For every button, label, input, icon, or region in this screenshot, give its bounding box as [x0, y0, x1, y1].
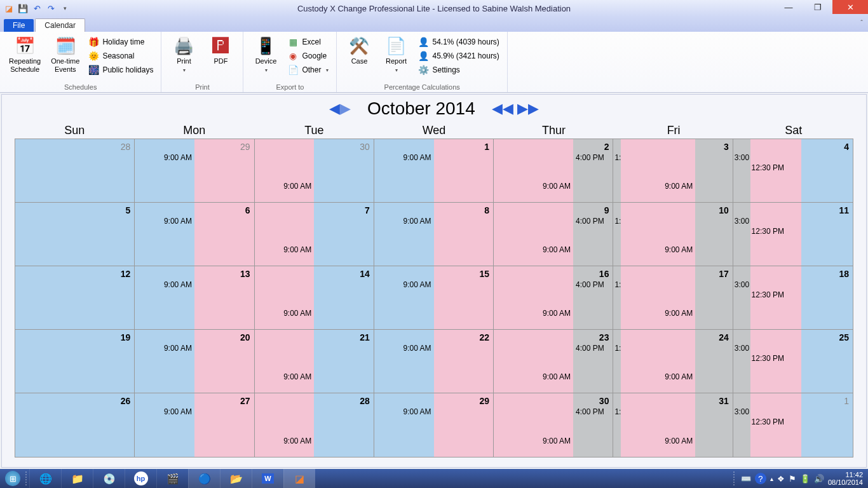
settings-button[interactable]: ⚙️Settings [416, 64, 501, 76]
holiday-time-button[interactable]: 🎁Holiday time [86, 36, 156, 48]
ribbon-group-label: Schedules [5, 82, 156, 91]
calendar-cell[interactable]: 9:00 AM6 [135, 203, 254, 266]
calendar-cell[interactable]: 1:00 AM9:00 AM10 [613, 203, 733, 266]
calendar-cell[interactable]: 9:00 AM4:00 PM2 [494, 139, 613, 203]
time-segment: 9:00 AM [374, 139, 434, 202]
save-icon[interactable]: 💾 [18, 3, 28, 13]
taskbar-word[interactable]: W [252, 469, 283, 488]
time-segment: 9:00 AM [135, 330, 194, 393]
calendar-cell[interactable]: 9:00 AM29 [374, 393, 494, 457]
calendar-cell[interactable]: 9:00 AM30 [255, 139, 374, 203]
calendar-cell[interactable]: 5 [15, 203, 135, 266]
day-number: 1 [484, 142, 489, 152]
calendar-cell[interactable]: 3:00 AM12:30 PM25 [733, 330, 853, 393]
qat-dropdown-icon[interactable]: ▾ [60, 3, 70, 13]
onetime-events-button[interactable]: 🗓️ One-time Events [47, 34, 83, 75]
calendar-cell[interactable]: 1:00 AM9:00 AM3 [613, 139, 733, 203]
calendar-cell[interactable]: 26 [15, 393, 135, 457]
close-button[interactable]: ✕ [832, 0, 868, 14]
calendar-cell[interactable]: 3:00 AM12:30 PM1 [733, 393, 853, 457]
minimize-button[interactable]: — [774, 0, 803, 14]
calendar-cell[interactable]: 9:00 AM14 [255, 266, 374, 330]
taskbar-hp[interactable]: hp [125, 469, 156, 488]
calendar-cell[interactable]: 3:00 AM12:30 PM11 [733, 203, 853, 266]
help-icon[interactable]: ? [755, 473, 766, 484]
time-label: 9:00 AM [665, 245, 693, 254]
prev-month-button[interactable]: ◀▶ [329, 100, 351, 117]
keyboard-icon[interactable]: ⌨️ [741, 474, 751, 484]
calendar-cell[interactable]: 1:00 AM9:00 AM31 [613, 393, 733, 457]
taskbar-chrome[interactable]: 🔵 [188, 469, 220, 488]
calendar-cell[interactable]: 9:00 AM13 [135, 266, 254, 330]
report-button[interactable]: 📄 Report▾ [379, 34, 413, 76]
calendar-cell[interactable]: 9:00 AM20 [135, 330, 254, 393]
calendar-cell[interactable]: 9:00 AM1 [374, 139, 494, 203]
seasonal-button[interactable]: 🌞Seasonal [86, 50, 156, 62]
calendar-cell[interactable]: 1:00 AM9:00 AM17 [613, 266, 733, 330]
collapse-ribbon-icon[interactable]: ˆ [860, 19, 863, 27]
day-of-week: Sun [15, 123, 135, 139]
calendar-cell[interactable]: 9:00 AM15 [374, 266, 494, 330]
volume-icon[interactable]: 🔊 [814, 474, 824, 484]
calendar-cell[interactable]: 9:00 AM27 [135, 393, 254, 457]
time-label: 9:00 AM [403, 407, 431, 416]
taskbar-custodyx[interactable]: ◪ [283, 469, 315, 488]
time-segment: 9:00 AM [494, 203, 573, 266]
calendar-cell[interactable]: 9:00 AM4:00 PM23 [494, 330, 613, 393]
phone-icon: 📱 [255, 36, 276, 56]
calendar-cell[interactable]: 1:00 AM9:00 AM24 [613, 330, 733, 393]
dropbox-icon[interactable]: ❖ [777, 474, 785, 484]
calendar-cell[interactable]: 3:00 AM12:30 PM4 [733, 139, 853, 203]
arrow-right-double-icon: ▶▶ [517, 100, 539, 117]
calendar-cell[interactable]: 9:00 AM21 [255, 330, 374, 393]
time-segment: 9:00 AM [621, 393, 695, 457]
device-button[interactable]: 📱 Device▾ [248, 34, 283, 76]
taskbar-explorer[interactable]: 📁 [61, 469, 93, 488]
power-icon[interactable]: 🔋 [800, 474, 810, 484]
calendar-cell[interactable]: 9:00 AM29 [135, 139, 254, 203]
undo-icon[interactable]: ↶ [32, 3, 42, 13]
time-segment: 9:00 AM [255, 139, 315, 202]
calendar-cell[interactable]: 19 [15, 330, 135, 393]
excel-button[interactable]: ▦Excel [285, 36, 331, 48]
calendar-cell[interactable]: 9:00 AM4:00 PM9 [494, 203, 613, 266]
taskbar-folder2[interactable]: 📂 [220, 469, 252, 488]
pdf-button[interactable]: 🅿︎ PDF [203, 34, 238, 67]
taskbar-ie[interactable]: 🌐 [29, 469, 61, 488]
maximize-button[interactable]: ❐ [803, 0, 832, 14]
time-label: 4:00 PM [576, 407, 604, 416]
taskbar-media[interactable]: 💿 [93, 469, 125, 488]
redo-icon[interactable]: ↷ [46, 3, 56, 13]
taskbar-video[interactable]: 🎬 [156, 469, 188, 488]
next-month-button[interactable]: ◀◀ ▶▶ [492, 100, 539, 117]
calendar-cell[interactable]: 9:00 AM28 [255, 393, 374, 457]
action-center-icon[interactable]: ⚑ [789, 474, 796, 484]
day-number: 29 [480, 396, 490, 406]
tray-chevron-icon[interactable]: ▴ [770, 475, 773, 482]
print-button[interactable]: 🖨️ Print▾ [166, 34, 201, 76]
calendar-cell[interactable]: 9:00 AM8 [374, 203, 494, 266]
titlebar: ◪ 💾 ↶ ↷ ▾ Custody X Change Professional … [0, 0, 868, 17]
calendar-cell[interactable]: 28 [15, 139, 135, 203]
other-export-button[interactable]: 📄Other▾ [285, 64, 331, 76]
time-segment [15, 330, 134, 393]
tab-calendar[interactable]: Calendar [35, 18, 85, 32]
day-of-week: Tue [254, 123, 374, 139]
calendar-cell[interactable]: 3:00 AM12:30 PM18 [733, 266, 853, 330]
calendar-cell[interactable]: 9:00 AM4:00 PM16 [494, 266, 613, 330]
start-button[interactable]: ⊞ [0, 469, 25, 488]
calendar-cell[interactable]: 12 [15, 266, 135, 330]
day-number: 8 [484, 205, 489, 215]
calendar-cell[interactable]: 9:00 AM4:00 PM30 [494, 393, 613, 457]
day-number: 10 [719, 205, 729, 215]
day-number: 6 [245, 205, 250, 215]
google-button[interactable]: ◉Google [285, 50, 331, 62]
calendar-cell[interactable]: 9:00 AM22 [374, 330, 494, 393]
tab-file[interactable]: File [4, 19, 34, 32]
repeating-schedule-button[interactable]: 📅 Repeating Schedule [5, 34, 44, 75]
calendar-cell[interactable]: 9:00 AM7 [255, 203, 374, 266]
case-button[interactable]: ⚒️ Case [342, 34, 376, 67]
day-number: 22 [480, 332, 490, 342]
system-clock[interactable]: 11:42 08/10/2014 [828, 471, 863, 486]
public-holidays-button[interactable]: 🎆Public holidays [86, 64, 156, 76]
